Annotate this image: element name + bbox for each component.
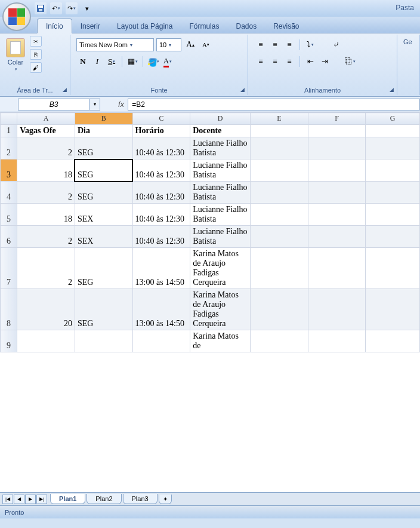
row-header[interactable]: 6 bbox=[1, 226, 17, 248]
cell[interactable]: 2 bbox=[17, 226, 75, 248]
font-size-combo[interactable]: 10▾ bbox=[156, 38, 181, 51]
tab-dados[interactable]: Dados bbox=[227, 19, 265, 33]
cell[interactable]: 10:40 às 12:30 bbox=[132, 159, 190, 182]
tab-inicio[interactable]: Início bbox=[37, 19, 72, 33]
increase-indent-icon[interactable]: ⇥ bbox=[318, 55, 331, 68]
cell[interactable] bbox=[250, 226, 308, 248]
cell[interactable] bbox=[308, 330, 366, 352]
cell[interactable] bbox=[250, 289, 308, 330]
cell[interactable] bbox=[366, 159, 420, 182]
cell[interactable] bbox=[366, 204, 420, 226]
cell[interactable] bbox=[250, 204, 308, 226]
orientation-icon[interactable]: ⤵▾ bbox=[304, 38, 317, 51]
cell[interactable] bbox=[308, 125, 366, 137]
new-sheet-icon[interactable]: ✦ bbox=[159, 495, 172, 504]
cell[interactable]: Lucianne Fialho Batista bbox=[190, 204, 251, 226]
qat-customize-icon[interactable]: ▾ bbox=[81, 2, 93, 14]
col-header-E[interactable]: E bbox=[250, 113, 308, 125]
align-top-icon[interactable]: ≡ bbox=[254, 38, 267, 51]
cell[interactable]: 10:40 às 12:30 bbox=[132, 137, 190, 159]
cell[interactable] bbox=[366, 330, 420, 352]
last-sheet-icon[interactable]: ▶| bbox=[36, 495, 47, 504]
cell[interactable]: 18 bbox=[17, 204, 75, 226]
prev-sheet-icon[interactable]: ◀ bbox=[14, 495, 24, 504]
align-left-icon[interactable]: ≡ bbox=[254, 55, 267, 68]
col-header-G[interactable]: G bbox=[366, 113, 420, 125]
col-header-B[interactable]: B bbox=[75, 113, 132, 125]
cell[interactable] bbox=[366, 182, 420, 204]
cell[interactable]: 20 bbox=[17, 289, 75, 330]
cell[interactable]: SEG bbox=[75, 159, 132, 182]
cell[interactable]: 2 bbox=[17, 137, 75, 159]
cell[interactable]: Lucianne Fialho Batista bbox=[190, 182, 251, 204]
cell[interactable] bbox=[308, 204, 366, 226]
row-header[interactable]: 8 bbox=[1, 289, 17, 330]
row-header[interactable]: 2 bbox=[1, 137, 17, 159]
cut-icon[interactable]: ✂ bbox=[30, 36, 42, 47]
cell[interactable] bbox=[308, 137, 366, 159]
sheet-tab-plan3[interactable]: Plan3 bbox=[123, 494, 158, 504]
cell[interactable] bbox=[308, 226, 366, 248]
cell[interactable] bbox=[17, 330, 75, 352]
col-header-C[interactable]: C bbox=[132, 113, 190, 125]
clipboard-launcher-icon[interactable]: ◢ bbox=[60, 85, 69, 94]
cell[interactable] bbox=[308, 182, 366, 204]
font-name-combo[interactable]: Times New Rom▾ bbox=[76, 38, 154, 51]
cell[interactable] bbox=[366, 226, 420, 248]
grow-font-icon[interactable]: A▴ bbox=[184, 38, 197, 51]
cell[interactable] bbox=[366, 248, 420, 289]
decrease-indent-icon[interactable]: ⇤ bbox=[304, 55, 317, 68]
sheet-tab-plan2[interactable]: Plan2 bbox=[87, 494, 121, 504]
cell[interactable] bbox=[366, 289, 420, 330]
cell[interactable]: 2 bbox=[17, 182, 75, 204]
align-middle-icon[interactable]: ≡ bbox=[268, 38, 282, 51]
row-header[interactable]: 4 bbox=[1, 182, 17, 204]
cell[interactable]: 2 bbox=[17, 248, 75, 289]
cell[interactable] bbox=[250, 137, 308, 159]
shrink-font-icon[interactable]: A▾ bbox=[199, 38, 212, 51]
cell[interactable] bbox=[250, 159, 308, 182]
italic-button[interactable]: I bbox=[91, 55, 104, 68]
row-header[interactable]: 9 bbox=[1, 330, 17, 352]
tab-inserir[interactable]: Inserir bbox=[72, 19, 109, 33]
alignment-launcher-icon[interactable]: ◢ bbox=[387, 85, 396, 94]
paste-button[interactable]: Colar ▾ bbox=[4, 36, 27, 74]
align-right-icon[interactable]: ≡ bbox=[283, 55, 296, 68]
col-header-D[interactable]: D bbox=[190, 113, 251, 125]
cell[interactable]: Dia bbox=[75, 125, 132, 137]
formula-input[interactable]: =B2 bbox=[128, 99, 420, 110]
tab-formulas[interactable]: Fórmulas bbox=[181, 19, 227, 33]
undo-icon[interactable]: ↶▾ bbox=[50, 2, 62, 14]
cell[interactable] bbox=[308, 289, 366, 330]
borders-icon[interactable]: ▦▾ bbox=[126, 55, 139, 68]
cell[interactable]: Docente bbox=[190, 125, 251, 137]
cell[interactable]: 10:40 às 12:30 bbox=[132, 226, 190, 248]
cell[interactable] bbox=[250, 248, 308, 289]
cell[interactable]: 18 bbox=[17, 159, 75, 182]
cell[interactable]: SEG bbox=[75, 182, 132, 204]
cell[interactable]: Vagas Ofe bbox=[17, 125, 75, 137]
cell[interactable]: 13:00 às 14:50 bbox=[132, 289, 190, 330]
cell[interactable]: Karina Matos de Araujo Fadigas Cerqueira bbox=[190, 289, 251, 330]
cell[interactable] bbox=[250, 330, 308, 352]
cell[interactable]: SEG bbox=[75, 137, 132, 159]
cell[interactable]: Karina Matos de Araujo Fadigas Cerqueira bbox=[190, 248, 251, 289]
cell[interactable] bbox=[250, 182, 308, 204]
cell[interactable] bbox=[308, 159, 366, 182]
name-box[interactable]: B3 bbox=[18, 99, 89, 110]
cell[interactable] bbox=[366, 137, 420, 159]
cell[interactable]: Karina Matos de bbox=[190, 330, 251, 352]
next-sheet-icon[interactable]: ▶ bbox=[25, 495, 36, 504]
cell[interactable]: 10:40 às 12:30 bbox=[132, 182, 190, 204]
align-center-icon[interactable]: ≡ bbox=[268, 55, 282, 68]
tab-revisao[interactable]: Revisão bbox=[265, 19, 307, 33]
cell[interactable]: 10:40 às 12:30 bbox=[132, 204, 190, 226]
tab-layout[interactable]: Layout da Página bbox=[109, 19, 181, 33]
cell[interactable]: SEX bbox=[75, 204, 132, 226]
cell[interactable]: Lucianne Fialho Batista bbox=[190, 159, 251, 182]
font-launcher-icon[interactable]: ◢ bbox=[238, 85, 246, 94]
name-box-dropdown-icon[interactable]: ▾ bbox=[89, 99, 100, 110]
cell[interactable]: Lucianne Fialho Batista bbox=[190, 226, 251, 248]
select-all-corner[interactable] bbox=[1, 113, 17, 125]
cell[interactable]: 13:00 às 14:50 bbox=[132, 248, 190, 289]
